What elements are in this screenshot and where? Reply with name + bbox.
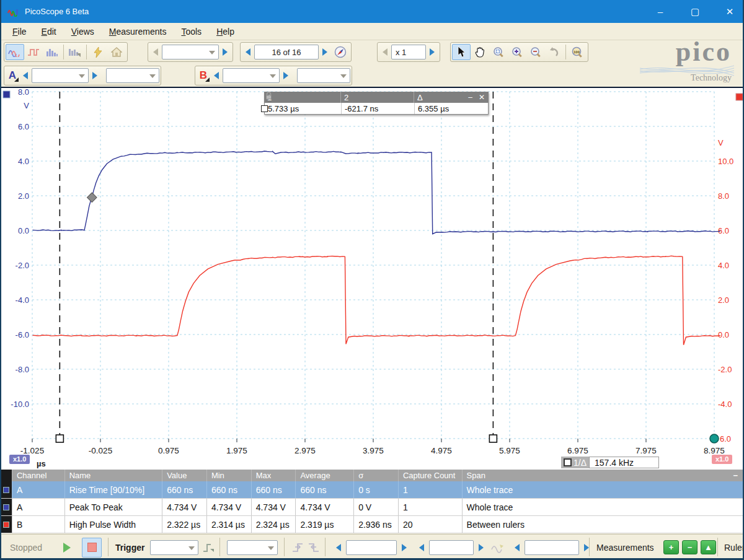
column-header-max[interactable]: Max <box>251 470 296 481</box>
channel-b-range-select[interactable] <box>223 68 280 83</box>
start-capture-button[interactable] <box>63 535 71 560</box>
x-axis-tick: 1.975 <box>226 446 247 455</box>
pretrigger-down-button[interactable] <box>415 540 428 555</box>
column-header-min[interactable]: Min <box>206 470 251 481</box>
channel-b-range-up-button[interactable] <box>280 68 292 83</box>
minimize-button[interactable]: – <box>653 6 667 17</box>
frequency-legend-toggle[interactable]: 1/Δ <box>561 457 589 468</box>
menu-item-edit[interactable]: Edit <box>42 27 56 37</box>
prev-view-button[interactable] <box>149 45 162 59</box>
menu-item-file[interactable]: File <box>12 27 27 37</box>
time-ruler-handle-2[interactable] <box>489 435 497 442</box>
channel-a-axis-indicator[interactable] <box>3 91 10 98</box>
undo-zoom-button[interactable] <box>545 44 564 60</box>
trigger-mode-select[interactable] <box>150 540 198 555</box>
frequency-value: 157.4 kHz <box>589 457 659 468</box>
hand-tool[interactable] <box>471 44 489 60</box>
histogram-view-button[interactable] <box>66 44 84 60</box>
next-view-button[interactable] <box>219 45 231 59</box>
measurement-row[interactable]: APeak To Peak4.734 V4.734 V4.734 V4.734 … <box>1 499 743 516</box>
zoom-factor-down-button[interactable] <box>379 45 391 59</box>
spectrum-view-button[interactable] <box>43 44 61 60</box>
zoom-factor-up-button[interactable] <box>426 45 438 59</box>
autotrigger-time-field[interactable] <box>525 540 579 555</box>
channel-a-coupling-select[interactable] <box>106 68 159 83</box>
column-header-span[interactable]: Span− <box>462 470 743 481</box>
zoom-out-tool[interactable] <box>526 44 545 60</box>
auto-setup-button[interactable] <box>89 44 107 60</box>
measurement-row[interactable]: ARise Time [90/10%]660 ns660 ns660 ns660… <box>1 481 743 499</box>
column-header-name[interactable]: Name <box>64 470 162 481</box>
stop-capture-button[interactable] <box>82 538 102 558</box>
ruler-legend-header[interactable]: 1 2 Δ – ✕ <box>264 92 489 103</box>
column-header-average[interactable]: Average <box>295 470 353 481</box>
add-measurement-button[interactable]: + <box>663 540 679 554</box>
zoom-full-button[interactable]: 100 <box>568 44 587 60</box>
zoom-window-tool[interactable] <box>489 44 508 60</box>
menu-item-measurements[interactable]: Measurements <box>109 27 167 37</box>
normal-selection-tool[interactable] <box>452 44 471 60</box>
table-minimize-button[interactable]: − <box>733 471 738 480</box>
channel-a-range-up-button[interactable] <box>89 68 101 83</box>
legend-drag-handle[interactable] <box>261 105 268 112</box>
channel-b-axis-indicator[interactable] <box>736 94 743 100</box>
cell-min: 660 ns <box>206 481 251 498</box>
advanced-trigger-button[interactable] <box>202 535 216 560</box>
trigger-level-up-button[interactable] <box>398 540 410 555</box>
zoom-in-tool[interactable] <box>508 44 526 60</box>
next-buffer-button[interactable] <box>319 45 331 59</box>
auto-trigger-button[interactable] <box>491 535 505 560</box>
channel-a-range-select[interactable] <box>32 68 89 83</box>
rising-edge-button[interactable] <box>291 535 304 560</box>
capture-state-label: Stopped <box>10 543 42 553</box>
cell-average: 2.319 µs <box>295 516 353 533</box>
pretrigger-field[interactable] <box>429 540 474 555</box>
scope-view-button[interactable] <box>6 44 24 60</box>
buffer-overview-button[interactable] <box>331 44 350 60</box>
chevron-down-icon <box>149 74 156 78</box>
trigger-level-down-button[interactable] <box>332 540 345 555</box>
ruler2-value: -621.7 ns <box>341 103 414 114</box>
prev-buffer-button[interactable] <box>242 45 254 59</box>
time-ruler-handle-1[interactable] <box>56 435 63 442</box>
view-select[interactable] <box>162 45 219 59</box>
ruler-legend[interactable]: 1 2 Δ – ✕ 5.733 µs -621.7 ns 6.355 µs <box>264 92 489 115</box>
zoom-factor-field[interactable]: x 1 <box>391 45 426 59</box>
delete-measurement-button[interactable]: − <box>682 540 698 554</box>
lock-icon[interactable] <box>265 92 272 100</box>
left-axis-tick: -8.0 <box>16 365 29 374</box>
x-axis-tick: 7.975 <box>636 446 657 455</box>
pretrigger-up-button[interactable] <box>475 540 487 555</box>
trigger-marker[interactable] <box>87 193 97 203</box>
left-axis-tick: -6.0 <box>16 330 29 339</box>
maximize-button[interactable]: ▢ <box>688 6 702 17</box>
autotrigger-time-down-button[interactable] <box>511 540 523 555</box>
menu-item-views[interactable]: Views <box>71 27 94 37</box>
menu-item-help[interactable]: Help <box>216 27 234 37</box>
menu-item-tools[interactable]: Tools <box>181 27 202 37</box>
buffer-indicator[interactable]: 16 of 16 <box>254 45 319 59</box>
column-header-σ[interactable]: σ <box>353 470 398 481</box>
falling-edge-button[interactable] <box>308 535 320 560</box>
column-header-capture-count[interactable]: Capture Count <box>398 470 462 481</box>
legend-minimize-button[interactable]: – <box>468 93 472 102</box>
home-button[interactable] <box>107 44 126 60</box>
column-header-channel[interactable]: Channel <box>12 470 64 481</box>
channel-b-range-down-button[interactable] <box>210 68 223 83</box>
channel-b-button[interactable]: B <box>197 69 210 82</box>
edit-measurement-button[interactable]: ▲ <box>701 540 716 554</box>
channel-b-coupling-select[interactable] <box>297 68 350 83</box>
column-header-value[interactable]: Value <box>162 470 206 481</box>
x-axis-unit: µs <box>37 459 46 468</box>
channel-b-offset-marker[interactable] <box>710 434 719 443</box>
measurements-label: Measurements <box>596 543 654 553</box>
channel-a-button[interactable]: A <box>6 69 19 82</box>
measurement-row[interactable]: BHigh Pulse Width2.322 µs2.314 µs2.324 µ… <box>1 516 743 533</box>
channel-a-range-down-button[interactable] <box>19 68 32 83</box>
close-button[interactable]: ✕ <box>723 6 737 17</box>
trigger-source-select[interactable] <box>227 540 278 555</box>
legend-close-button[interactable]: ✕ <box>479 93 485 102</box>
autotrigger-time-up-button[interactable] <box>580 540 593 555</box>
trigger-level-field[interactable] <box>346 540 397 555</box>
persistence-view-button[interactable] <box>24 44 43 60</box>
